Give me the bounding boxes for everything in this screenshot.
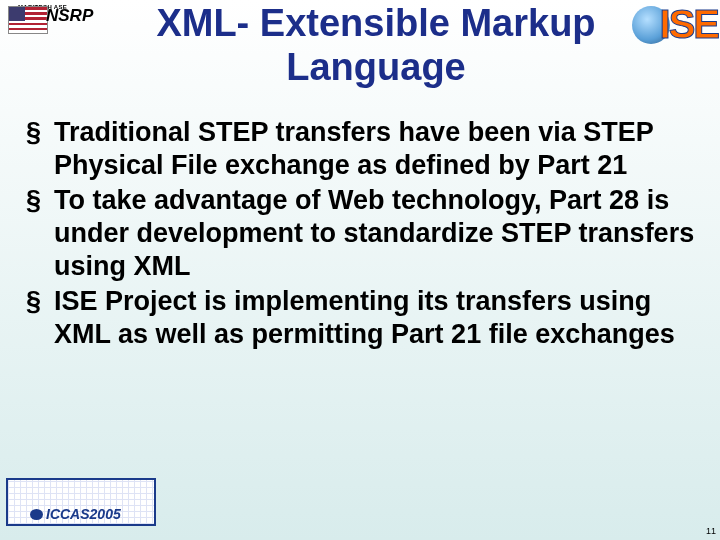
nsrp-logo: MARITECH ASE NSRP [8,6,104,54]
iccas-label: ICCAS2005 [46,506,121,522]
nsrp-label: NSRP [46,6,93,26]
body-content: Traditional STEP transfers have been via… [24,116,696,353]
disc-icon [30,508,43,519]
iccas-logo: ICCAS2005 [6,478,156,526]
slide: MARITECH ASE NSRP ISE XML- Extensible Ma… [0,0,720,540]
iccas-label-wrap: ICCAS2005 [30,506,121,522]
page-title: XML- Extensible Markup Language [112,2,640,89]
ise-label: ISE [660,2,718,47]
bullet-item: To take advantage of Web technology, Par… [24,184,696,283]
us-flag-icon [8,6,48,34]
bullet-list: Traditional STEP transfers have been via… [24,116,696,351]
page-number: 11 [706,526,716,536]
ise-logo: ISE [632,2,718,47]
bullet-item: ISE Project is implementing its transfer… [24,285,696,351]
bullet-item: Traditional STEP transfers have been via… [24,116,696,182]
